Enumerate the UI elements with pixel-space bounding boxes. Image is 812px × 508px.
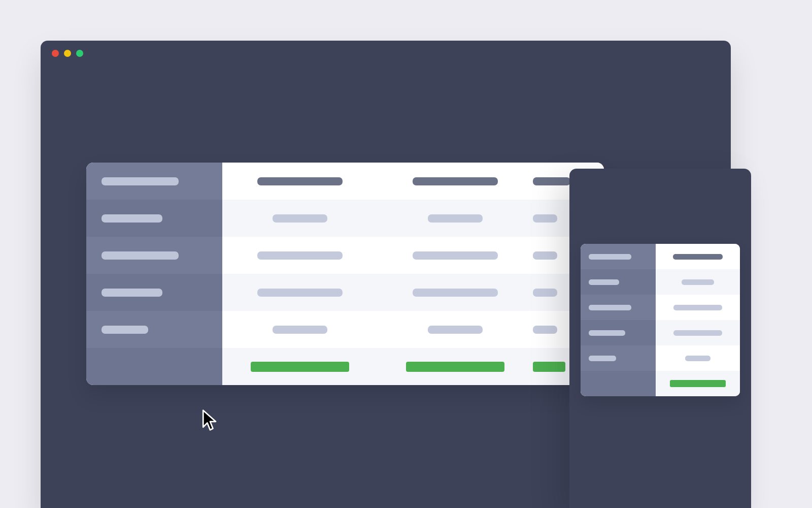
window-controls: close minimize maximize [52, 50, 83, 57]
comparison-table-mobile [581, 244, 740, 396]
table-row [581, 295, 740, 320]
feature-label-cell [581, 295, 656, 320]
plan-header-cell [656, 244, 740, 269]
value-cell [378, 237, 533, 274]
feature-label-cell [581, 244, 656, 269]
pointer-cursor-icon [201, 409, 219, 431]
feature-label-cell [86, 200, 222, 237]
feature-value [428, 214, 483, 223]
feature-label-cell [86, 311, 222, 348]
feature-label [101, 251, 179, 260]
mobile-window [569, 169, 751, 508]
plan-header [413, 177, 498, 185]
window-maximize-button[interactable]: maximize [76, 50, 83, 57]
value-cell [378, 311, 533, 348]
feature-value [673, 305, 722, 310]
plan-cta-button[interactable] [533, 362, 565, 372]
feature-value [673, 330, 722, 336]
table-row [86, 274, 604, 311]
feature-label [101, 177, 179, 185]
feature-value [533, 326, 557, 334]
feature-value [428, 326, 483, 334]
feature-value [413, 289, 498, 297]
plan-cta-button[interactable] [251, 362, 349, 372]
feature-value [273, 326, 327, 334]
feature-label-cell [86, 237, 222, 274]
value-cell [378, 274, 533, 311]
feature-value [273, 214, 327, 223]
table-row [86, 200, 604, 237]
feature-label-cell [581, 345, 656, 371]
value-cell [656, 269, 740, 295]
feature-label-cell [86, 274, 222, 311]
plan-header-cell [222, 163, 378, 200]
plan-cta-button[interactable] [670, 380, 726, 387]
plan-header [673, 254, 723, 260]
feature-value [413, 251, 498, 260]
table-row [86, 311, 604, 348]
window-close-button[interactable]: close [52, 50, 59, 57]
feature-label [101, 326, 148, 334]
value-cell [378, 200, 533, 237]
table-header-row [581, 244, 740, 269]
value-cell [222, 200, 378, 237]
feature-value [685, 356, 710, 361]
table-row [86, 237, 604, 274]
table-header-row [86, 163, 604, 200]
feature-label [589, 254, 631, 260]
comparison-table [86, 163, 604, 385]
feature-value [257, 251, 343, 260]
feature-label-cell [581, 371, 656, 396]
plan-header [257, 177, 343, 185]
feature-value [257, 289, 343, 297]
feature-label [589, 305, 631, 310]
feature-label-cell [581, 269, 656, 295]
feature-label [101, 289, 162, 297]
window-minimize-button[interactable]: minimize [64, 50, 71, 57]
feature-value [533, 251, 557, 260]
table-cta-row [86, 348, 604, 385]
feature-label-cell [86, 348, 222, 385]
plan-header [533, 177, 570, 185]
feature-label [101, 214, 162, 223]
feature-label [589, 356, 616, 361]
feature-value [533, 289, 557, 297]
cta-cell [656, 371, 740, 396]
feature-label [589, 330, 625, 336]
value-cell [222, 237, 378, 274]
cta-cell [378, 348, 533, 385]
value-cell [222, 274, 378, 311]
plan-cta-button[interactable] [406, 362, 504, 372]
table-row [581, 269, 740, 295]
value-cell [222, 311, 378, 348]
table-cta-row [581, 371, 740, 396]
feature-value [533, 214, 557, 223]
feature-label-cell [86, 163, 222, 200]
plan-header-cell [378, 163, 533, 200]
feature-label [589, 279, 619, 285]
table-row [581, 345, 740, 371]
feature-value [682, 279, 714, 285]
value-cell [656, 320, 740, 345]
feature-label-cell [581, 320, 656, 345]
cta-cell [222, 348, 378, 385]
value-cell [656, 345, 740, 371]
value-cell [656, 295, 740, 320]
table-row [581, 320, 740, 345]
